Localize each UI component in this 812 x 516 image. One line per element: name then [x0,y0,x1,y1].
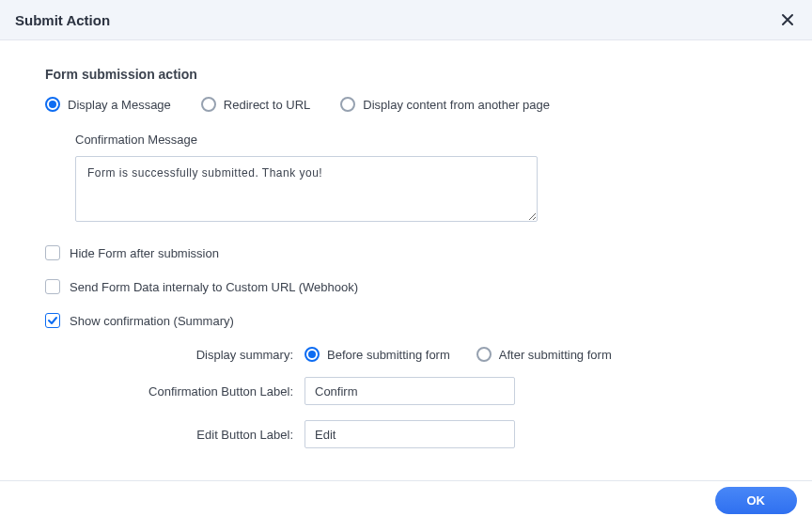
checkbox-show-summary[interactable]: Show confirmation (Summary) [45,313,767,328]
dialog-content: Form submission action Display a Message… [0,40,812,480]
confirmation-message-input[interactable] [75,156,538,222]
radio-display-content[interactable]: Display content from another page [340,97,550,112]
checkbox-icon [45,279,60,294]
edit-button-label-row: Edit Button Label: [71,420,767,448]
confirm-button-label-input[interactable] [304,377,515,405]
dialog-footer: OK [0,480,812,516]
confirmation-message-field: Confirmation Message [75,133,767,225]
summary-radio-group: Before submitting form After submitting … [304,347,612,362]
dialog-header: Submit Action [0,0,812,40]
radio-icon [201,97,216,112]
close-icon [780,12,795,27]
edit-button-label-text: Edit Button Label: [71,428,304,442]
radio-icon [304,347,320,362]
radio-label: Display content from another page [363,98,550,112]
summary-block: Display summary: Before submitting form … [71,347,767,448]
action-radio-group: Display a Message Redirect to URL Displa… [45,97,767,112]
checkbox-webhook[interactable]: Send Form Data internaly to Custom URL (… [45,279,767,294]
confirm-button-label-text: Confirmation Button Label: [71,384,304,399]
radio-after-submit[interactable]: After submitting form [476,347,612,362]
dialog-title: Submit Action [15,12,110,28]
radio-icon [476,347,492,362]
checkbox-label: Show confirmation (Summary) [70,314,234,328]
radio-label: Display a Message [68,98,171,112]
display-summary-label: Display summary: [71,348,304,362]
checkbox-hide-form[interactable]: Hide Form after submission [45,245,767,260]
radio-label: After submitting form [499,348,612,362]
edit-button-label-input[interactable] [304,420,515,448]
radio-display-message[interactable]: Display a Message [45,97,171,112]
ok-button[interactable]: OK [715,487,798,514]
section-title: Form submission action [45,67,767,82]
radio-redirect-url[interactable]: Redirect to URL [201,97,310,112]
radio-icon [45,97,60,112]
radio-label: Before submitting form [327,348,450,362]
close-button[interactable] [778,10,797,29]
radio-icon [340,97,355,112]
radio-before-submit[interactable]: Before submitting form [304,347,450,362]
confirm-button-label-row: Confirmation Button Label: [71,377,767,405]
checkbox-icon [45,313,60,328]
checkbox-label: Hide Form after submission [70,246,219,260]
summary-display-row: Display summary: Before submitting form … [71,347,767,362]
radio-label: Redirect to URL [224,98,310,112]
checkbox-icon [45,245,60,260]
confirmation-message-label: Confirmation Message [75,133,767,147]
checkbox-label: Send Form Data internaly to Custom URL (… [70,280,358,294]
